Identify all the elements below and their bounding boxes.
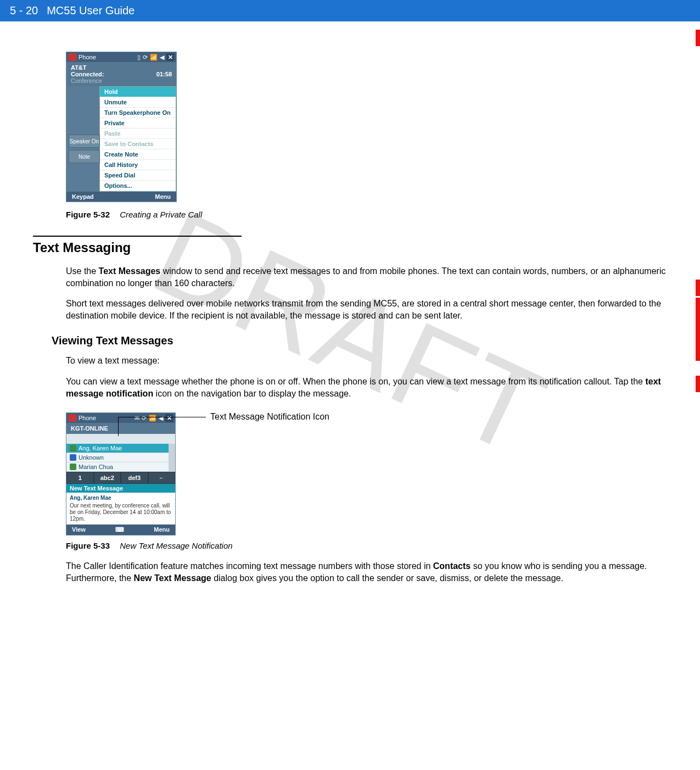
close-icon[interactable]: ✕ <box>166 53 174 61</box>
contact-icon <box>70 445 76 451</box>
figure-5-33: Text Message Notification Icon Phone ✉ ⟳… <box>66 412 667 535</box>
figure-title: Creating a Private Call <box>120 210 202 219</box>
body-paragraph: You can view a text message whether the … <box>66 376 667 399</box>
note-button[interactable]: Note <box>69 150 100 163</box>
guide-title: MC55 User Guide <box>47 4 135 17</box>
body-paragraph: The Caller Identification feature matche… <box>66 560 667 584</box>
body-paragraph: Short text messages delivered over mobil… <box>66 298 667 321</box>
phone-screenshot-private-call: Phone ▯ ⟳ 📶 ◀ ✕ AT&T Connected: 01:58 Co… <box>66 52 177 202</box>
figure-title: New Text Message Notification <box>120 541 232 550</box>
speaker-on-button[interactable]: Speaker On <box>69 135 100 148</box>
new-message-body: Ang, Karen Mae Our next meeting, by conf… <box>66 493 175 525</box>
callout-label: Text Message Notification Icon <box>210 412 329 422</box>
menu-item[interactable]: Call History <box>100 160 176 170</box>
sync-icon: ⟳ <box>143 54 148 61</box>
keypad-key-backspace[interactable]: ← <box>148 472 176 484</box>
section-number: 5 - 20 <box>10 4 38 17</box>
figure-5-32: Phone ▯ ⟳ 📶 ◀ ✕ AT&T Connected: 01:58 Co… <box>66 52 667 202</box>
list-item[interactable]: Unknown <box>66 453 169 462</box>
app-title: Phone <box>79 415 96 421</box>
conference-label: Conference <box>71 77 172 84</box>
menu-item-disabled: Paste <box>100 129 176 139</box>
keypad-row: 1 abc2 def3 ← <box>66 472 175 484</box>
menu-item[interactable]: Options... <box>100 181 176 191</box>
menu-item[interactable]: Create Note <box>100 149 176 160</box>
app-title: Phone <box>79 54 96 60</box>
message-preview: Our next meeting, by conference call, wi… <box>70 503 172 522</box>
windows-icon <box>69 414 76 422</box>
section-rule <box>33 236 242 237</box>
search-bar[interactable] <box>66 434 175 444</box>
phone-screenshot-new-message: Phone ✉ ⟳ 📶 ◀ ✕ KGT-ONLINE Ang, Karen Ma… <box>66 412 176 535</box>
scrollbar[interactable] <box>169 444 175 472</box>
new-message-header: New Text Message <box>66 484 175 493</box>
body-paragraph: To view a text message: <box>66 355 667 367</box>
menu-item[interactable]: Hold <box>100 87 176 97</box>
keypad-key[interactable]: abc2 <box>94 472 121 484</box>
menu-softkey[interactable]: Menu <box>155 193 171 200</box>
menu-item[interactable]: Unmute <box>100 97 176 108</box>
menu-item[interactable]: Turn Speakerphone On <box>100 108 176 118</box>
figure-number: Figure 5-33 <box>66 541 110 550</box>
figure-caption: Figure 5-32 Creating a Private Call <box>66 210 667 219</box>
carrier-label: AT&T <box>71 64 172 71</box>
volume-icon: ◀ <box>160 54 164 61</box>
keyboard-icon[interactable]: ⌨ <box>115 526 124 533</box>
contact-icon <box>70 454 76 461</box>
list-item[interactable]: Ang, Karen Mae <box>66 444 169 453</box>
menu-item-disabled: Save to Contacts <box>100 139 176 149</box>
contact-list: Ang, Karen Mae Unknown Marian Chua <box>66 444 169 472</box>
menu-item[interactable]: Speed Dial <box>100 170 176 181</box>
figure-caption: Figure 5-33 New Text Message Notificatio… <box>66 541 667 550</box>
contact-icon <box>70 464 76 470</box>
view-softkey[interactable]: View <box>72 526 86 533</box>
message-sender: Ang, Karen Mae <box>70 495 172 501</box>
menu-item[interactable]: Private <box>100 118 176 129</box>
keypad-key[interactable]: 1 <box>66 472 94 484</box>
callout-leader: Text Message Notification Icon <box>118 417 329 422</box>
subsection-heading: Viewing Text Messages <box>52 334 667 347</box>
carrier-label: KGT-ONLINE <box>66 423 175 434</box>
section-heading: Text Messaging <box>33 240 667 255</box>
antenna-icon: 📶 <box>150 54 158 61</box>
keypad-softkey[interactable]: Keypad <box>72 193 94 200</box>
keypad-key[interactable]: def3 <box>121 472 148 484</box>
figure-number: Figure 5-32 <box>66 210 110 219</box>
list-item[interactable]: Marian Chua <box>66 462 169 472</box>
body-paragraph: Use the Text Messages window to send and… <box>66 265 667 289</box>
context-menu: Hold Unmute Turn Speakerphone On Private… <box>99 86 176 192</box>
connected-label: Connected: <box>71 71 104 77</box>
page-header: 5 - 20 MC55 User Guide <box>0 0 700 21</box>
windows-icon <box>69 53 76 61</box>
menu-softkey[interactable]: Menu <box>154 526 170 533</box>
call-time: 01:58 <box>156 71 172 77</box>
signal-icon: ▯ <box>137 54 141 61</box>
